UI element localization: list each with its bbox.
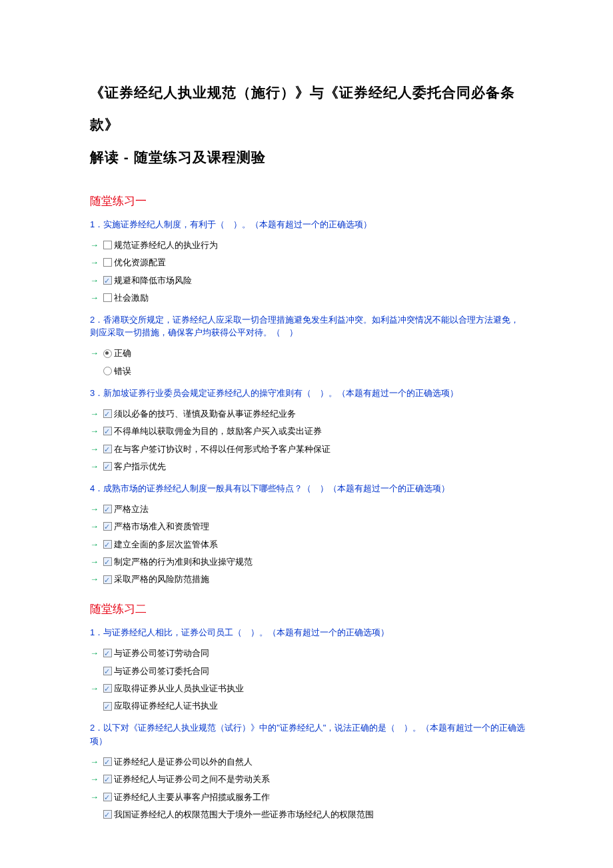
checkbox-unchecked-icon (103, 293, 112, 302)
checkbox-input[interactable] (102, 757, 113, 766)
option-label: 须以必备的技巧、谨慎及勤奋从事证券经纪业务 (113, 406, 526, 421)
checkbox-input[interactable] (102, 522, 113, 531)
option-row: 错误 (90, 362, 526, 379)
correct-arrow-icon: → (90, 683, 99, 693)
title-line-1: 《证券经纪人执业规范（施行）》与《证券经纪人委托合同必备条款》 (90, 85, 515, 132)
option-label: 客户指示优先 (113, 459, 526, 474)
option-label: 不得单纯以获取佣金为目的，鼓励客户买入或卖出证券 (113, 423, 526, 439)
checkbox-input[interactable] (102, 684, 113, 693)
radio-input[interactable] (102, 367, 113, 375)
arrow-col: → (90, 237, 102, 253)
option-label: 应取得证券从业人员执业证书执业 (113, 681, 526, 696)
option-row: →建立全面的多层次监管体系 (90, 535, 526, 553)
checkbox-input[interactable] (102, 427, 113, 435)
arrow-col: → (90, 789, 102, 805)
correct-arrow-icon: → (90, 240, 99, 250)
option-row: →严格市场准入和资质管理 (90, 518, 526, 535)
checkbox-input[interactable] (102, 649, 113, 657)
arrow-col: → (90, 537, 102, 552)
checkbox-input[interactable] (102, 810, 113, 819)
option-row: →须以必备的技巧、谨慎及勤奋从事证券经纪业务 (90, 405, 526, 422)
question-text: 2．香港联交所规定，证券经纪人应采取一切合理措施避免发生利益冲突。如利益冲突情况… (90, 313, 526, 339)
checkbox-checked-icon (103, 575, 112, 584)
option-label: 正确 (113, 345, 526, 361)
question-text: 3．新加坡证券行业委员会规定证券经纪人的操守准则有（ ）。（本题有超过一个的正确… (90, 387, 526, 400)
option-label: 证券经纪人与证券公司之间不是劳动关系 (113, 771, 526, 787)
checkbox-checked-icon (103, 557, 112, 566)
option-label: 社会激励 (113, 290, 526, 305)
arrow-col: → (90, 290, 102, 305)
checkbox-input[interactable] (102, 258, 113, 267)
checkbox-unchecked-icon (103, 258, 112, 267)
correct-arrow-icon: → (90, 293, 99, 303)
radio-unselected-icon (103, 367, 112, 375)
option-row: 与证券公司签订委托合同 (90, 662, 526, 679)
option-label: 采取严格的风险防范措施 (113, 571, 526, 587)
checkbox-input[interactable] (102, 667, 113, 675)
checkbox-input[interactable] (102, 702, 113, 711)
option-label: 规范证券经纪人的执业行为 (113, 237, 526, 253)
radio-selected-icon (103, 349, 112, 358)
correct-arrow-icon: → (90, 257, 99, 267)
option-row: →应取得证券从业人员执业证书执业 (90, 680, 526, 697)
option-row: →不得单纯以获取佣金为目的，鼓励客户买入或卖出证券 (90, 423, 526, 440)
checkbox-unchecked-icon (103, 241, 112, 249)
option-label: 严格立法 (113, 501, 526, 517)
option-label: 规避和降低市场风险 (113, 273, 526, 288)
section-title: 随堂练习一 (90, 193, 526, 209)
checkbox-input[interactable] (102, 575, 113, 584)
correct-arrow-icon: → (90, 409, 99, 419)
option-row: →优化资源配置 (90, 254, 526, 271)
correct-arrow-icon: → (90, 539, 99, 549)
checkbox-checked-icon (103, 793, 112, 801)
page-title: 《证券经纪人执业规范（施行）》与《证券经纪人委托合同必备条款》 解读 - 随堂练… (90, 77, 526, 173)
checkbox-input[interactable] (102, 540, 113, 549)
arrow-col: → (90, 754, 102, 769)
question-text: 1．与证券经纪人相比，证券公司员工（ ）。（本题有超过一个的正确选项） (90, 626, 526, 639)
option-label: 证券经纪人是证券公司以外的自然人 (113, 754, 526, 769)
checkbox-input[interactable] (102, 445, 113, 453)
checkbox-input[interactable] (102, 293, 113, 302)
checkbox-checked-icon (103, 445, 112, 453)
arrow-col: → (90, 406, 102, 421)
option-label: 错误 (113, 363, 526, 379)
checkbox-checked-icon (103, 409, 112, 418)
question-text: 4．成熟市场的证券经纪人制度一般具有以下哪些特点？（ ）（本题有超过一个的正确选… (90, 482, 526, 495)
arrow-col: → (90, 519, 102, 534)
checkbox-input[interactable] (102, 241, 113, 249)
checkbox-checked-icon (103, 775, 112, 783)
correct-arrow-icon: → (90, 648, 99, 658)
arrow-col: → (90, 441, 102, 457)
checkbox-input[interactable] (102, 793, 113, 801)
arrow-col: → (90, 273, 102, 288)
option-row: →社会激励 (90, 289, 526, 307)
correct-arrow-icon: → (90, 461, 99, 471)
correct-arrow-icon: → (90, 444, 99, 454)
arrow-col: → (90, 345, 102, 361)
correct-arrow-icon: → (90, 504, 99, 514)
correct-arrow-icon: → (90, 426, 99, 436)
correct-arrow-icon: → (90, 792, 99, 802)
option-row: →采取严格的风险防范措施 (90, 571, 526, 588)
checkbox-input[interactable] (102, 775, 113, 783)
checkbox-input[interactable] (102, 462, 113, 471)
radio-input[interactable] (102, 349, 113, 358)
correct-arrow-icon: → (90, 521, 99, 531)
arrow-col: → (90, 681, 102, 696)
option-label: 我国证券经纪人的权限范围大于境外一些证券市场经纪人的权限范围 (113, 807, 526, 822)
arrow-col: → (90, 255, 102, 270)
checkbox-checked-icon (103, 684, 112, 693)
arrow-col: → (90, 571, 102, 587)
arrow-col: → (90, 459, 102, 474)
checkbox-input[interactable] (102, 557, 113, 566)
checkbox-input[interactable] (102, 505, 113, 513)
checkbox-input[interactable] (102, 409, 113, 418)
correct-arrow-icon: → (90, 348, 99, 358)
checkbox-input[interactable] (102, 276, 113, 285)
option-row: →与证券公司签订劳动合同 (90, 645, 526, 662)
option-row: →证券经纪人主要从事客户招揽或服务工作 (90, 788, 526, 805)
checkbox-checked-icon (103, 540, 112, 549)
checkbox-checked-icon (103, 276, 112, 285)
checkbox-checked-icon (103, 427, 112, 435)
option-row: →规范证券经纪人的执业行为 (90, 236, 526, 253)
